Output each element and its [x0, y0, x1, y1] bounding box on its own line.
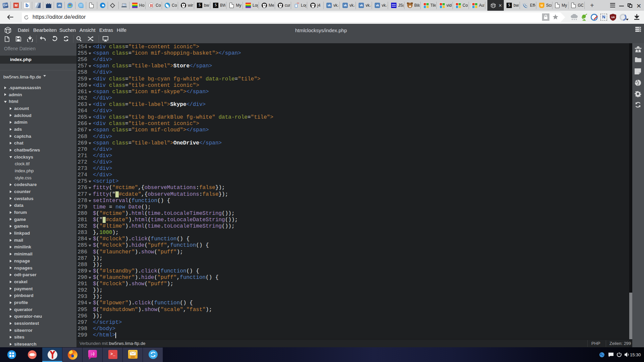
svg-text:U0: U0 [611, 16, 615, 19]
